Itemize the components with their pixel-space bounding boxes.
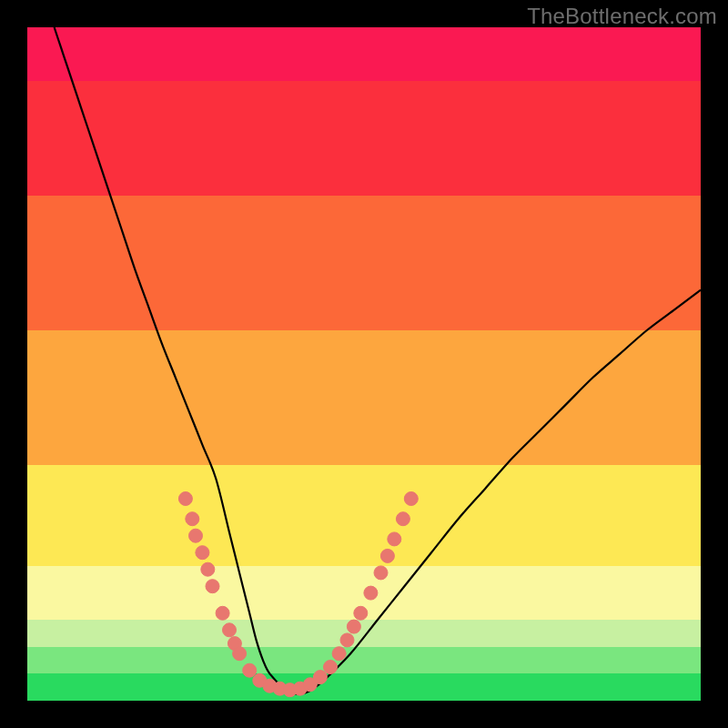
curve-dot — [374, 566, 388, 580]
curve-dot — [206, 580, 219, 593]
curve-dot — [404, 492, 418, 506]
curve-dot — [380, 549, 394, 562]
curve-dot — [340, 633, 354, 647]
curve-dot — [364, 586, 378, 600]
curve-dot — [396, 512, 410, 526]
gradient-background — [27, 27, 701, 701]
curve-dot — [201, 562, 215, 576]
curve-dot — [186, 512, 199, 526]
curve-dot — [388, 532, 401, 546]
curve-dot — [313, 671, 327, 684]
curve-dot — [216, 606, 229, 620]
curve-dot — [354, 606, 368, 620]
plot-svg — [27, 27, 701, 701]
chart-stage: TheBottleneck.com — [0, 0, 728, 728]
curve-dot — [196, 546, 209, 560]
curve-dot — [233, 647, 247, 661]
curve-dot — [223, 623, 237, 637]
curve-dot — [347, 620, 360, 633]
curve-dot — [189, 529, 203, 542]
curve-dot — [324, 661, 338, 674]
curve-dot — [243, 663, 257, 677]
curve-dot — [178, 492, 192, 506]
watermark-text: TheBottleneck.com — [527, 4, 717, 29]
plot-area — [27, 27, 701, 701]
curve-dot — [332, 647, 346, 661]
